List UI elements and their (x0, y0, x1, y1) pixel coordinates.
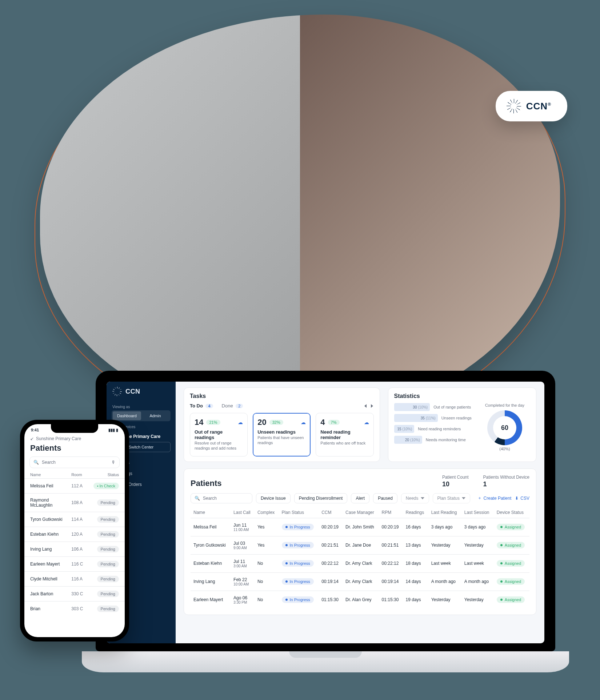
tab-admin[interactable]: Admin (141, 411, 169, 420)
view-toggle[interactable]: Dashboard Admin (112, 410, 171, 421)
column-header[interactable]: Complex (255, 507, 279, 518)
tasks-panel: Tasks To Do 4 Done 2 (184, 387, 380, 462)
phone-breadcrumb[interactable]: ↙ Sunshine Primary Care (24, 433, 125, 441)
table-row[interactable]: Irving LangFeb 2210:00 AMNoIn Progress00… (191, 572, 529, 591)
list-item[interactable]: Raymond McLaughlin108 APending (24, 493, 125, 512)
column-header[interactable]: Last Reading (428, 507, 461, 518)
starburst-icon (112, 387, 122, 396)
column-header[interactable]: Plan Status (279, 507, 319, 518)
stat-row: 15 (10%)Need reading reminders (394, 425, 472, 433)
signal-icon: ▮▮▮ ▮ (108, 428, 118, 433)
patients-table: NameLast CallComplexPlan StatusCCMCase M… (191, 507, 529, 609)
column-header[interactable]: Last Session (461, 507, 494, 518)
search-icon: 🔍 (195, 496, 200, 501)
search-icon: 🔍 (33, 460, 39, 465)
phone-mockup: 9:41 ▮▮▮ ▮ ↙ Sunshine Primary Care Patie… (20, 420, 129, 641)
tasks-next-icon[interactable] (371, 404, 373, 408)
list-item[interactable]: Jack Barton330 CPending (24, 586, 125, 601)
statistics-title: Statistics (394, 393, 530, 399)
brand-badge: CCN® (496, 91, 567, 121)
stat-row: 35 (11%)Unseen readings (394, 414, 472, 422)
cloud-icon: ☁ (238, 419, 243, 425)
column-header[interactable]: Device Status (494, 507, 529, 518)
table-row[interactable]: Esteban KiehnJul 113:00 AMNoIn Progress0… (191, 554, 529, 572)
phone-search[interactable]: 🔍 Search 🎙 (29, 456, 120, 468)
table-row[interactable]: Earleen MayertAgo 063:30 PMNoIn Progress… (191, 591, 529, 609)
create-patient-button[interactable]: ＋Create Patient (477, 493, 512, 503)
list-item[interactable]: Tyron Gutkowski114 APending (24, 512, 125, 527)
list-item[interactable]: Melissa Feil112 A• In Check (24, 478, 125, 493)
starburst-icon (507, 99, 521, 113)
laptop-mockup: CCN Viewing as Dashboard Admin RPM Servi… (82, 371, 569, 672)
completed-donut: 60 (487, 410, 522, 445)
filter-chip[interactable]: Paused (373, 493, 397, 503)
column-header[interactable]: Case Manager (343, 507, 379, 518)
list-item[interactable]: Esteban Kiehn120 APending (24, 527, 125, 542)
tab-dashboard[interactable]: Dashboard (113, 411, 141, 420)
filter-needs[interactable]: Needs (401, 493, 429, 503)
tasks-tab-todo[interactable]: To Do 4 (190, 403, 213, 409)
filter-chip[interactable]: Pending Disenrollment (294, 493, 348, 503)
completed-label: Completed for the day (479, 403, 530, 407)
marketing-hero: CCN® CCN Viewing as Dashboard Admin RPM … (0, 0, 600, 700)
column-header[interactable]: Last Call (231, 507, 255, 518)
list-item[interactable]: Irving Lang106 APending (24, 542, 125, 556)
filter-plan-status[interactable]: Plan Status (433, 493, 470, 503)
tasks-title: Tasks (190, 393, 374, 399)
stat-row: 30 (10%)Out of range patients (394, 403, 472, 411)
cloud-icon: ☁ (301, 419, 306, 425)
kpi-count-label: Patient Count (442, 475, 469, 480)
table-row[interactable]: Tyron GutkowskiJul 039:00 AMYesIn Progre… (191, 536, 529, 554)
column-header[interactable]: Readings (403, 507, 428, 518)
patients-search[interactable]: 🔍 Search (191, 493, 252, 503)
list-item[interactable]: Brian303 CPending (24, 601, 125, 616)
tasks-prev-icon[interactable] (364, 404, 367, 408)
filter-chip[interactable]: Alert (351, 493, 369, 503)
phone-columns: Name Room Status (24, 468, 125, 478)
download-icon: ⬇ (515, 496, 519, 501)
list-item[interactable]: Clyde Mitchell116 APending (24, 571, 125, 586)
mic-icon[interactable]: 🎙 (111, 460, 116, 465)
kpi-count-value: 10 (442, 480, 469, 488)
table-row[interactable]: Melissa FeilJun 1111:00 AMYesIn Progress… (191, 518, 529, 536)
viewing-as-label: Viewing as (107, 401, 176, 410)
task-card[interactable]: 1421%☁Out of range readingsResolve out o… (190, 413, 248, 456)
phone-title: Patients (24, 441, 125, 456)
sidebar-brand: CCN (107, 382, 176, 401)
column-header[interactable]: Name (191, 507, 231, 518)
filter-chip[interactable]: Device Issue (256, 493, 291, 503)
kpi-nodevice-value: 1 (483, 480, 529, 488)
stat-row: 20 (10%)Needs monitoring time (394, 436, 472, 444)
column-header[interactable]: CCM (319, 507, 343, 518)
hero-photo (40, 15, 560, 418)
patients-panel: Patients Patient Count 10 Patients Witho… (184, 468, 536, 615)
task-card[interactable]: 47%☁Need reading reminderPatients who ar… (316, 413, 373, 456)
export-csv-button[interactable]: ⬇CSV (515, 493, 529, 503)
brand-name: CCN (526, 101, 548, 112)
chevron-down-icon (421, 497, 424, 499)
column-header[interactable]: RPM (379, 507, 403, 518)
statistics-panel: Statistics 30 (10%)Out of range patients… (388, 387, 536, 462)
plus-icon: ＋ (477, 495, 482, 501)
back-icon[interactable]: ↙ (30, 436, 34, 441)
task-card[interactable]: 2032%☁Unseen readingsPatients that have … (253, 413, 311, 456)
tasks-tab-done[interactable]: Done 2 (222, 403, 243, 409)
chevron-down-icon (462, 497, 465, 499)
patients-title: Patients (191, 479, 222, 488)
list-item[interactable]: Earleen Mayert116 CPending (24, 556, 125, 571)
cloud-icon: ☁ (364, 419, 369, 425)
kpi-nodevice-label: Patients Without Device (483, 475, 529, 480)
phone-notch (51, 424, 98, 433)
